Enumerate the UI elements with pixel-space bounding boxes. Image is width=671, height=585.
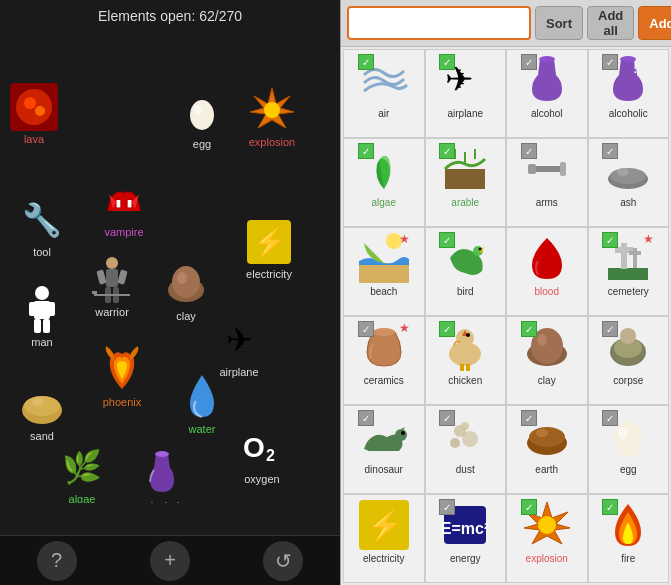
grid-item-arms[interactable]: ✓arms [506,138,588,227]
grid-label-electricity: electricity [363,553,405,564]
svg-rect-17 [96,269,106,284]
check-badge-corpse: ✓ [602,321,618,337]
elem-man[interactable]: man [18,286,66,348]
grid-icon-egg: ✓ [602,410,654,462]
check-badge-clay: ✓ [521,321,537,337]
elements-grid: lava egg explosion [0,28,340,503]
grid-icon-air: ✓ [358,54,410,106]
svg-rect-49 [359,263,409,283]
items-grid: ✓air✈✓airplane✓alcohol!✓alcoholic✓algae✓… [341,47,671,585]
star-badge-ceramics: ★ [399,321,410,335]
help-button[interactable]: ? [37,541,77,581]
elem-lava-label: lava [24,133,44,145]
elem-explosion[interactable]: explosion [248,86,296,148]
grid-label-corpse: corpse [613,375,643,386]
add-all-button[interactable]: Add all [587,6,634,40]
grid-item-beach[interactable]: ★beach [343,227,425,316]
grid-item-algae[interactable]: ✓algae [343,138,425,227]
grid-item-ceramics[interactable]: ✓★ceramics [343,316,425,405]
grid-item-energy[interactable]: E=mc²✓energy [425,494,507,583]
grid-item-air[interactable]: ✓air [343,49,425,138]
grid-item-explosion[interactable]: ✓explosion [506,494,588,583]
elem-egg[interactable]: egg [178,88,226,150]
grid-label-cemetery: cemetery [608,286,649,297]
grid-item-arable[interactable]: ✓arable [425,138,507,227]
grid-label-bird: bird [457,286,474,297]
grid-item-corpse[interactable]: ✓corpse [588,316,670,405]
undo-button[interactable]: ↺ [263,541,303,581]
grid-icon-energy: E=mc²✓ [439,499,491,551]
svg-point-7 [264,102,280,118]
elem-algae-left[interactable]: 🌿 algae [58,443,106,503]
grid-item-earth[interactable]: ✓earth [506,405,588,494]
svg-point-58 [373,328,395,336]
elem-tool[interactable]: 🔧 tool [18,196,66,258]
svg-text:⚡: ⚡ [252,226,287,259]
svg-point-76 [450,438,460,448]
grid-item-dust[interactable]: ✓dust [425,405,507,494]
grid-item-dinosaur[interactable]: ✓dinosaur [343,405,425,494]
grid-icon-arms: ✓ [521,143,573,195]
grid-item-clay[interactable]: ✓clay [506,316,588,405]
elem-phoenix[interactable]: phoenix [98,346,146,408]
svg-point-52 [479,248,482,251]
check-badge-dinosaur: ✓ [358,410,374,426]
grid-label-airplane: airplane [447,108,483,119]
grid-icon-earth: ✓ [521,410,573,462]
grid-item-fire[interactable]: ✓fire [588,494,670,583]
svg-point-79 [536,429,548,437]
grid-item-bird[interactable]: ✓bird [425,227,507,316]
svg-rect-16 [106,269,118,287]
grid-item-airplane[interactable]: ✈✓airplane [425,49,507,138]
grid-item-chicken[interactable]: ✓chicken [425,316,507,405]
grid-icon-bird: ✓ [439,232,491,284]
grid-label-blood: blood [535,286,559,297]
grid-icon-electricity: ⚡ [358,499,410,551]
elem-man-label: man [31,336,52,348]
elem-sand[interactable]: sand [18,380,66,442]
svg-rect-54 [621,243,627,269]
elem-lava[interactable]: lava [10,83,58,145]
grid-item-alcohol[interactable]: ✓alcohol [506,49,588,138]
elem-clay[interactable]: clay [162,260,210,322]
elem-electricity-label: electricity [246,268,292,280]
elem-electricity[interactable]: ⚡ electricity [245,218,293,280]
left-panel: Elements open: 62/270 lava egg expl [0,0,340,585]
check-badge-alcohol: ✓ [521,54,537,70]
grid-label-arms: arms [536,197,558,208]
search-input[interactable] [347,6,531,40]
grid-item-cemetery[interactable]: ✓★cemetery [588,227,670,316]
grid-item-ash[interactable]: ✓ash [588,138,670,227]
grid-icon-chicken: ✓ [439,321,491,373]
add-element-button[interactable]: + [150,541,190,581]
check-badge-earth: ✓ [521,410,537,426]
check-badge-alcoholic: ✓ [602,54,618,70]
grid-label-ash: ash [620,197,636,208]
grid-item-electricity[interactable]: ⚡electricity [343,494,425,583]
check-badge-cemetery: ✓ [602,232,618,248]
grid-label-explosion: explosion [526,553,568,564]
grid-label-ceramics: ceramics [364,375,404,386]
add-button[interactable]: Add [638,6,671,40]
elem-airplane-left[interactable]: ✈ airplane [215,316,263,378]
right-panel: Sort Add all Add ✓air✈✓airplane✓alcohol!… [340,0,671,585]
svg-point-5 [194,105,202,115]
elem-vampire[interactable]: vampire [100,176,148,238]
svg-point-3 [35,106,45,116]
elem-water[interactable]: water [178,373,226,435]
sort-button[interactable]: Sort [535,6,583,40]
grid-item-egg[interactable]: ✓egg [588,405,670,494]
elem-oxygen[interactable]: O 2 oxygen [238,423,286,485]
elem-warrior[interactable]: warrior [88,256,136,318]
grid-label-energy: energy [450,553,481,564]
elem-alcohol-left[interactable]: alcohol [138,450,186,503]
grid-item-alcoholic[interactable]: !✓alcoholic [588,49,670,138]
svg-point-80 [614,421,642,457]
check-badge-arable: ✓ [439,143,455,159]
check-badge-airplane: ✓ [439,54,455,70]
grid-item-blood[interactable]: blood [506,227,588,316]
svg-rect-22 [92,291,97,294]
grid-icon-airplane: ✈✓ [439,54,491,106]
grid-icon-fire: ✓ [602,499,654,551]
svg-point-75 [461,422,469,430]
